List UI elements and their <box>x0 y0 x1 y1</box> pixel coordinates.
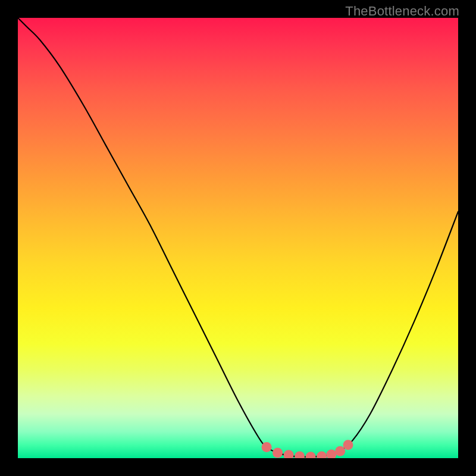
highlight-dots <box>262 440 353 458</box>
curve-svg <box>18 18 458 458</box>
highlight-dot <box>273 448 283 458</box>
plot-area <box>18 18 458 458</box>
chart-frame: TheBottleneck.com <box>0 0 476 476</box>
highlight-dot <box>335 446 345 456</box>
highlight-dot <box>284 450 294 458</box>
highlight-dot <box>295 452 305 458</box>
highlight-dot <box>306 452 316 458</box>
highlight-dot <box>262 442 272 452</box>
highlight-dot <box>317 452 327 458</box>
highlight-dot <box>343 440 353 450</box>
highlight-dot <box>326 450 336 458</box>
bottleneck-curve <box>18 18 458 457</box>
watermark-text: TheBottleneck.com <box>345 4 459 19</box>
